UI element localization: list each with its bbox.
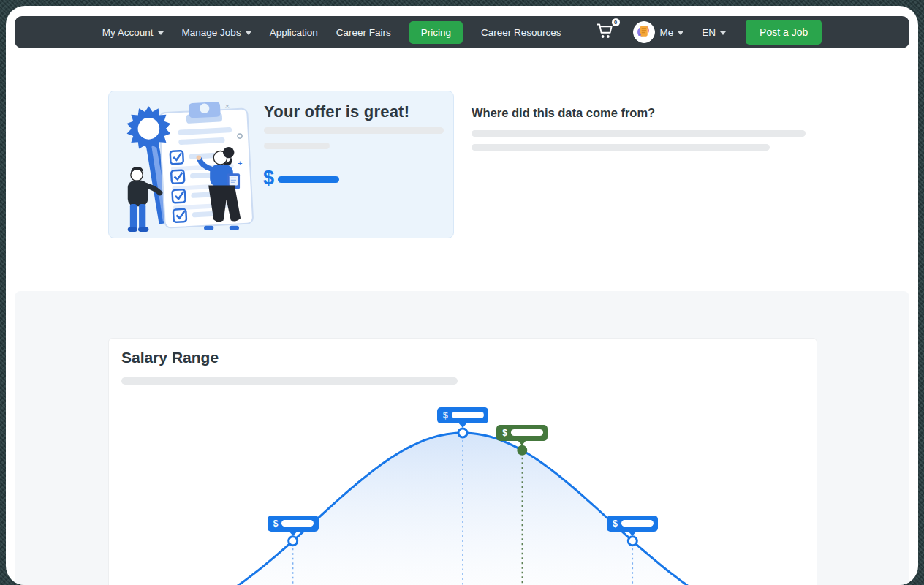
tooltip-redacted-value <box>281 520 314 526</box>
skeleton-line <box>472 144 770 151</box>
marker-dot-your-offer[interactable] <box>517 445 527 456</box>
data-source-section: Where did this data come from? <box>472 106 812 151</box>
cart-count-badge: 0 <box>612 18 620 26</box>
tooltip-redacted-value <box>452 412 484 418</box>
me-label-wrap: Me <box>660 27 684 38</box>
salary-range-section: Salary Range $$$$ <box>15 291 909 585</box>
tooltip-redacted-value <box>511 429 543 436</box>
currency-symbol: $ <box>263 167 274 189</box>
salary-tooltip-range-low[interactable]: $ <box>268 516 319 532</box>
tooltip-pointer <box>518 440 526 445</box>
nav-item-manage-jobs[interactable]: Manage Jobs <box>182 27 251 38</box>
language-menu[interactable]: EN <box>702 27 726 38</box>
skeleton-line <box>264 143 330 149</box>
tooltip-pointer <box>458 423 467 428</box>
salary-tooltip-your-offer[interactable]: $ <box>496 425 548 441</box>
nav-item-label: Manage Jobs <box>182 27 241 38</box>
nav-item-career-fairs[interactable]: Career Fairs <box>336 27 391 38</box>
tooltip-pointer <box>289 531 298 536</box>
offer-card-title: Your offer is great! <box>264 102 409 121</box>
cart-icon <box>596 22 615 39</box>
skeleton-line <box>472 130 806 137</box>
tooltip-currency-symbol: $ <box>443 411 448 420</box>
svg-text:+: + <box>238 159 243 167</box>
salary-tooltip-range-high[interactable]: $ <box>607 516 658 532</box>
tooltip-currency-symbol: $ <box>273 519 279 528</box>
salary-chart: $$$$ <box>109 339 817 585</box>
marker-dot-range-low[interactable] <box>289 537 298 546</box>
cart-button[interactable]: 0 <box>596 22 615 42</box>
nav-item-label: My Account <box>102 27 154 38</box>
nav-item-label: Career Fairs <box>336 27 391 38</box>
marker-dot-range-high[interactable] <box>628 537 637 546</box>
top-navbar: My AccountManage JobsApplicationCareer F… <box>15 16 909 48</box>
post-a-job-button[interactable]: Post a Job <box>746 20 822 45</box>
chevron-down-icon <box>246 31 251 35</box>
redacted-salary-value <box>278 176 339 183</box>
bell-curve-plot <box>109 339 817 585</box>
chevron-down-icon <box>720 31 726 35</box>
nav-item-label: Application <box>270 27 318 38</box>
app-window: My AccountManage JobsApplicationCareer F… <box>6 6 918 585</box>
salary-insights-page: { "nav": { "links": [ {"label": "My Acco… <box>0 0 924 585</box>
account-menu[interactable]: Me <box>633 21 684 43</box>
marker-dot-median[interactable] <box>458 429 467 437</box>
offer-summary-card: × + Your offer is great <box>108 91 454 238</box>
chevron-down-icon <box>678 31 683 35</box>
offer-illustration: × + <box>115 99 259 235</box>
chevron-down-icon <box>158 31 164 35</box>
nav-item-career-resources[interactable]: Career Resources <box>481 27 561 38</box>
me-label: Me <box>660 27 674 38</box>
nav-item-pricing[interactable]: Pricing <box>409 21 463 44</box>
nav-item-application[interactable]: Application <box>270 27 318 38</box>
avatar <box>633 21 655 43</box>
data-source-title: Where did this data come from? <box>472 106 812 120</box>
salary-range-card: Salary Range $$$$ <box>108 338 817 585</box>
tooltip-currency-symbol: $ <box>502 429 507 437</box>
tooltip-currency-symbol: $ <box>613 519 618 528</box>
tooltip-pointer <box>628 531 637 536</box>
nav-item-my-account[interactable]: My Account <box>102 27 164 38</box>
language-label: EN <box>702 27 716 38</box>
svg-text:×: × <box>225 102 230 110</box>
salary-tooltip-median[interactable]: $ <box>437 407 488 423</box>
tooltip-redacted-value <box>621 520 654 526</box>
skeleton-line <box>264 127 444 134</box>
